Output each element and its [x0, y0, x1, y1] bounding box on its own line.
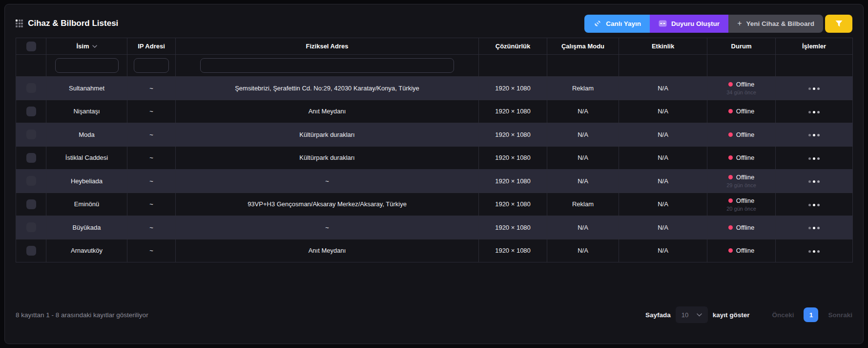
cell-mode: N/A: [547, 146, 619, 170]
column-header-name[interactable]: İsim: [46, 38, 127, 55]
select-all-cell: [16, 38, 46, 55]
row-actions-button[interactable]: [806, 155, 822, 162]
new-device-button[interactable]: + Yeni Cihaz & Bilboard: [728, 15, 823, 33]
table-row: Arnavutköy ~ Anıt Meydanı 1920 × 1080 N/…: [16, 239, 853, 262]
filter-button[interactable]: [825, 15, 852, 33]
cell-address: Anıt Meydanı: [176, 239, 479, 262]
row-actions-button[interactable]: [806, 178, 822, 185]
column-header-mode[interactable]: Çalışma Modu: [547, 38, 619, 55]
live-stream-button[interactable]: Canlı Yayın: [584, 15, 650, 33]
cell-status: Offline 34 gün önce: [707, 77, 776, 100]
cell-status: Offline: [707, 146, 776, 170]
filter-ip-input[interactable]: [134, 58, 169, 73]
cell-ip: ~: [127, 216, 176, 239]
cell-mode: Reklam: [547, 77, 619, 100]
cell-address: Kültürpark durakları: [176, 123, 479, 147]
pagination: Sayfada 10 kayıt göster Önceki 1 Sonraki: [645, 306, 852, 323]
select-all-checkbox[interactable]: [26, 42, 36, 51]
row-checkbox[interactable]: [26, 199, 36, 209]
cell-mode: N/A: [547, 239, 619, 262]
column-header-activity[interactable]: Etkinlik: [619, 38, 707, 55]
cell-resolution: 1920 × 1080: [479, 216, 547, 239]
row-actions-button[interactable]: [806, 202, 822, 208]
cell-resolution: 1920 × 1080: [479, 193, 547, 216]
column-header-resolution[interactable]: Çözünürlük: [479, 38, 547, 55]
row-actions-button[interactable]: [806, 109, 822, 115]
column-header-ip[interactable]: IP Adresi: [127, 38, 176, 55]
table-row: Eminönü ~ 93VP+H3 Gençosman/Aksaray Merk…: [16, 193, 853, 216]
cell-activity: N/A: [619, 170, 707, 193]
filter-address-input[interactable]: [200, 58, 454, 73]
cell-address: Anıt Meydanı: [176, 100, 479, 123]
table-row: Sultanahmet ~ Şemsitebrizi, Şerafettin C…: [16, 77, 853, 100]
cell-name: Moda: [46, 123, 127, 147]
table-row: Nişantaşı ~ Anıt Meydanı 1920 × 1080 N/A…: [16, 100, 853, 123]
row-checkbox[interactable]: [26, 107, 36, 116]
row-actions-button[interactable]: [806, 86, 822, 92]
prev-page-button[interactable]: Önceki: [772, 311, 794, 319]
cell-actions: [776, 123, 853, 147]
page-title: Cihaz & Bilbord Listesi: [28, 19, 118, 28]
row-actions-button[interactable]: [806, 248, 822, 255]
row-actions-button[interactable]: [806, 225, 822, 231]
header-row: İsim IP Adresi Fiziksel Adres Çözünürlük…: [16, 38, 853, 55]
cell-name: Nişantaşı: [46, 100, 127, 123]
cell-mode: N/A: [547, 100, 619, 123]
column-header-status[interactable]: Durum: [707, 38, 776, 55]
create-announcement-button[interactable]: Duyuru Oluştur: [650, 15, 728, 33]
chevron-down-icon: [92, 45, 97, 48]
table-body: Sultanahmet ~ Şemsitebrizi, Şerafettin C…: [16, 77, 853, 262]
current-page-button[interactable]: 1: [804, 307, 818, 322]
cell-resolution: 1920 × 1080: [479, 100, 547, 123]
plus-icon: +: [737, 19, 742, 28]
action-buttons: Canlı Yayın Duyuru Oluştur + Yeni Cihaz …: [584, 15, 852, 33]
cell-name: Sultanahmet: [46, 77, 127, 100]
status-ago: 20 gün önce: [707, 206, 775, 212]
topbar: Cihaz & Bilbord Listesi Canlı Yayın: [5, 4, 863, 38]
status-label: Offline: [736, 247, 754, 254]
status-dot: [728, 225, 733, 230]
row-checkbox[interactable]: [26, 222, 36, 232]
row-checkbox[interactable]: [26, 83, 36, 93]
grid-icon: [16, 20, 23, 27]
cell-resolution: 1920 × 1080: [479, 239, 547, 262]
cell-mode: N/A: [547, 123, 619, 147]
cell-activity: N/A: [619, 239, 707, 262]
per-page-select[interactable]: 10: [676, 306, 708, 323]
funnel-icon: [835, 21, 843, 27]
row-checkbox[interactable]: [26, 176, 36, 186]
cell-status: Offline: [707, 216, 776, 239]
cell-address: ~: [176, 216, 479, 239]
per-page-suffix: kayıt göster: [713, 311, 750, 319]
chevron-down-icon: [697, 313, 702, 317]
row-actions-button[interactable]: [806, 132, 822, 138]
row-checkbox[interactable]: [26, 246, 36, 256]
device-table: İsim IP Adresi Fiziksel Adres Çözünürlük…: [16, 38, 853, 262]
title-wrap: Cihaz & Bilbord Listesi: [16, 19, 118, 28]
device-list-card: Cihaz & Bilbord Listesi Canlı Yayın: [4, 4, 864, 344]
row-checkbox[interactable]: [26, 130, 36, 139]
column-header-actions[interactable]: İşlemler: [776, 38, 853, 55]
status-dot: [728, 248, 733, 253]
cell-ip: ~: [127, 239, 176, 262]
cell-activity: N/A: [619, 100, 707, 123]
cell-activity: N/A: [619, 193, 707, 216]
cell-activity: N/A: [619, 216, 707, 239]
row-checkbox[interactable]: [26, 153, 36, 163]
filter-name-input[interactable]: [55, 58, 119, 73]
status-dot: [728, 175, 733, 179]
cell-ip: ~: [127, 170, 176, 193]
column-header-address[interactable]: Fiziksel Adres: [176, 38, 479, 55]
device-table-wrap: İsim IP Adresi Fiziksel Adres Çözünürlük…: [5, 38, 863, 262]
table-row: Heybeliada ~ ~ 1920 × 1080 N/A N/A Offli…: [16, 170, 853, 193]
next-page-button[interactable]: Sonraki: [828, 311, 852, 319]
badge-icon: [659, 20, 667, 27]
cell-ip: ~: [127, 123, 176, 147]
cell-actions: [776, 146, 853, 170]
status-dot: [728, 82, 733, 87]
cell-actions: [776, 170, 853, 193]
cell-ip: ~: [127, 193, 176, 216]
footer: 8 kayıttan 1 - 8 arasındaki kayıtlar gös…: [16, 306, 852, 323]
cell-resolution: 1920 × 1080: [479, 170, 547, 193]
cell-address: 93VP+H3 Gençosman/Aksaray Merkez/Aksaray…: [176, 193, 479, 216]
